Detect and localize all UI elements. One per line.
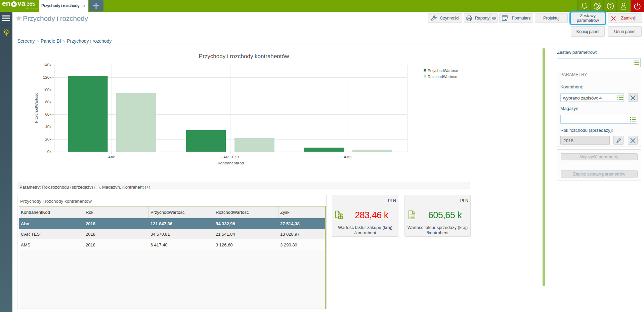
svg-text:120k: 120k	[43, 75, 51, 79]
svg-text:CAR TEST: CAR TEST	[220, 155, 240, 159]
svg-text:40k: 40k	[45, 125, 51, 129]
svg-text:60k: 60k	[45, 112, 51, 116]
svg-text:140k: 140k	[43, 63, 51, 67]
svg-text:AMS: AMS	[344, 155, 352, 159]
svg-text:PrzychodWartosc: PrzychodWartosc	[34, 93, 38, 123]
svg-text:KontrahentKod: KontrahentKod	[218, 161, 244, 165]
svg-text:20k: 20k	[45, 137, 51, 141]
svg-text:0k: 0k	[47, 150, 51, 154]
svg-text:RozchodWartosc: RozchodWartosc	[428, 75, 457, 79]
svg-text:100k: 100k	[43, 88, 51, 92]
svg-text:Abc: Abc	[108, 155, 115, 159]
svg-text:PrzychodWartosc: PrzychodWartosc	[428, 69, 458, 73]
svg-text:Przychody i rozchody kontrahen: Przychody i rozchody kontrahentów	[199, 53, 289, 60]
svg-text:80k: 80k	[45, 100, 51, 104]
